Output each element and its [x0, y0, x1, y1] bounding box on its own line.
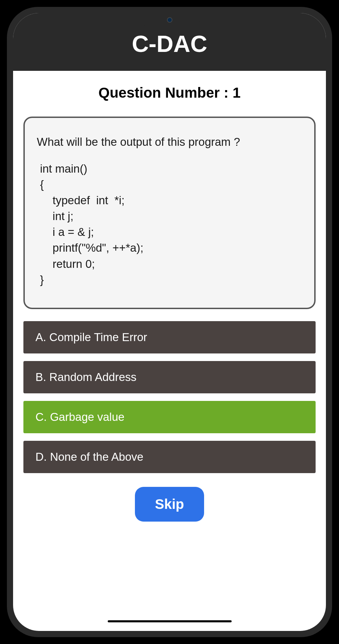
phone-screen: C-DAC Question Number : 1 What will be t… — [13, 13, 326, 631]
home-indicator[interactable] — [108, 620, 232, 622]
question-number-label: Question Number : 1 — [23, 85, 316, 101]
option-label: A. Compile Time Error — [35, 331, 147, 343]
content-area: Question Number : 1 What will be the out… — [13, 71, 326, 627]
options-list: A. Compile Time Error B. Random Address … — [23, 321, 316, 473]
option-a[interactable]: A. Compile Time Error — [23, 321, 316, 353]
skip-button[interactable]: Skip — [135, 487, 204, 522]
option-label: B. Random Address — [35, 371, 137, 383]
option-c[interactable]: C. Garbage value — [23, 401, 316, 433]
app-title: C-DAC — [13, 30, 326, 57]
option-label: C. Garbage value — [35, 411, 125, 423]
option-b[interactable]: B. Random Address — [23, 361, 316, 393]
skip-button-label: Skip — [155, 496, 184, 512]
option-label: D. None of the Above — [35, 450, 144, 463]
question-box: What will be the output of this program … — [23, 117, 316, 309]
skip-button-container: Skip — [23, 487, 316, 522]
question-code: int main() { typedef int *i; int j; i a … — [37, 161, 302, 288]
option-d[interactable]: D. None of the Above — [23, 441, 316, 473]
phone-notch — [139, 13, 201, 27]
phone-frame: C-DAC Question Number : 1 What will be t… — [7, 7, 332, 637]
camera-icon — [167, 17, 172, 23]
question-prompt: What will be the output of this program … — [37, 133, 302, 151]
